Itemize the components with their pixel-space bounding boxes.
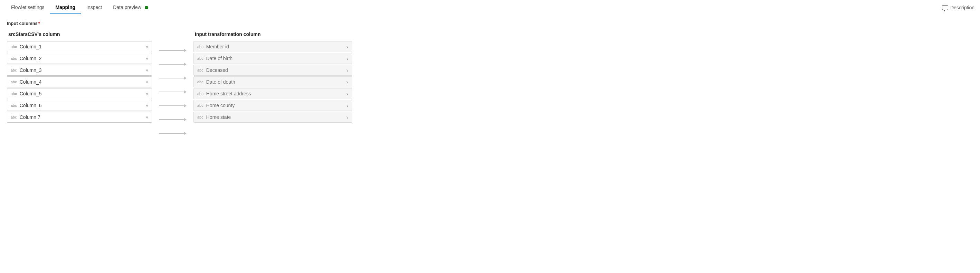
columns-wrapper: srcStarsCSV's column abc Column_1 ∨ abc … bbox=[7, 32, 973, 140]
arrow-row-5 bbox=[159, 113, 186, 126]
arrow-row-1 bbox=[159, 58, 186, 71]
dest-row-0: abc Member id ∨ bbox=[193, 41, 352, 52]
arrow-line-body-3 bbox=[159, 92, 184, 92]
dest-dropdown-label-6: Home state bbox=[206, 114, 344, 120]
src-row-1: abc Column_2 ∨ bbox=[7, 53, 152, 64]
src-col-section: srcStarsCSV's column abc Column_1 ∨ abc … bbox=[7, 32, 152, 123]
dest-caret-icon-5: ∨ bbox=[346, 104, 348, 107]
arrow-row-2 bbox=[159, 72, 186, 85]
dest-dropdown-label-2: Deceased bbox=[206, 67, 344, 73]
tab-data-preview[interactable]: Data preview bbox=[107, 1, 154, 14]
dest-col-header: Input transformation column bbox=[193, 32, 352, 37]
abc-tag: abc bbox=[11, 103, 17, 107]
arrowhead-4 bbox=[184, 104, 186, 107]
src-dropdown-label-5: Column_6 bbox=[20, 103, 143, 108]
arrow-line-0 bbox=[159, 49, 186, 52]
abc-tag: abc bbox=[11, 45, 17, 49]
src-dropdown-label-0: Column_1 bbox=[20, 44, 143, 49]
dest-col-section: Input transformation column abc Member i… bbox=[193, 32, 352, 123]
dest-caret-icon-4: ∨ bbox=[346, 92, 348, 96]
src-dropdown-label-2: Column_3 bbox=[20, 67, 143, 73]
arrow-line-body-4 bbox=[159, 105, 184, 106]
src-col-header: srcStarsCSV's column bbox=[7, 32, 152, 37]
dest-dropdown-label-4: Home street address bbox=[206, 91, 344, 96]
src-dropdown-label-4: Column_5 bbox=[20, 91, 143, 96]
tab-flowlet-settings[interactable]: Flowlet settings bbox=[6, 1, 50, 14]
arrow-row-4 bbox=[159, 99, 186, 112]
dest-dropdown-4[interactable]: abc Home street address ∨ bbox=[193, 88, 352, 99]
src-row-3: abc Column_4 ∨ bbox=[7, 77, 152, 88]
arrowhead-1 bbox=[184, 62, 186, 66]
src-dropdown-label-3: Column_4 bbox=[20, 79, 143, 85]
dest-row-5: abc Home county ∨ bbox=[193, 100, 352, 111]
arrowhead-0 bbox=[184, 49, 186, 52]
description-button[interactable]: Description bbox=[942, 5, 974, 10]
arrow-line-5 bbox=[159, 118, 186, 121]
dest-dropdown-6[interactable]: abc Home state ∨ bbox=[193, 112, 352, 123]
dest-dropdown-label-0: Member id bbox=[206, 44, 344, 49]
abc-tag: abc bbox=[11, 56, 17, 61]
dest-row-4: abc Home street address ∨ bbox=[193, 88, 352, 99]
arrow-line-body-0 bbox=[159, 50, 184, 51]
arrow-line-1 bbox=[159, 62, 186, 66]
arrowhead-6 bbox=[184, 132, 186, 135]
src-row-4: abc Column_5 ∨ bbox=[7, 88, 152, 99]
abc-tag: abc bbox=[11, 115, 17, 119]
dest-caret-icon-3: ∨ bbox=[346, 80, 348, 84]
abc-tag-right-2: abc bbox=[197, 68, 204, 72]
dest-dropdown-label-1: Date of birth bbox=[206, 56, 344, 61]
src-row-5: abc Column_6 ∨ bbox=[7, 100, 152, 111]
src-row-2: abc Column_3 ∨ bbox=[7, 65, 152, 76]
arrowhead-2 bbox=[184, 77, 186, 80]
caret-icon-0: ∨ bbox=[146, 45, 148, 49]
arrow-line-6 bbox=[159, 132, 186, 135]
main-content: Input columns* srcStarsCSV's column abc … bbox=[0, 15, 980, 146]
abc-tag-right-4: abc bbox=[197, 92, 204, 96]
dest-dropdown-0[interactable]: abc Member id ∨ bbox=[193, 41, 352, 52]
src-dropdown-6[interactable]: abc Column 7 ∨ bbox=[7, 112, 152, 123]
tab-mapping[interactable]: Mapping bbox=[50, 1, 81, 14]
arrow-line-body-5 bbox=[159, 119, 184, 120]
arrow-row-3 bbox=[159, 85, 186, 99]
dest-row-2: abc Deceased ∨ bbox=[193, 65, 352, 76]
status-dot bbox=[145, 6, 148, 10]
src-dropdown-4[interactable]: abc Column_5 ∨ bbox=[7, 88, 152, 99]
src-dropdown-2[interactable]: abc Column_3 ∨ bbox=[7, 65, 152, 76]
abc-tag-right-5: abc bbox=[197, 103, 204, 107]
caret-icon-2: ∨ bbox=[146, 69, 148, 72]
arrow-line-body-6 bbox=[159, 133, 184, 134]
abc-tag-right-6: abc bbox=[197, 115, 204, 119]
arrow-line-body-2 bbox=[159, 78, 184, 78]
nav-tabs-bar: Flowlet settings Mapping Inspect Data pr… bbox=[0, 0, 980, 15]
arrow-line-3 bbox=[159, 90, 186, 94]
dest-dropdown-label-5: Home county bbox=[206, 103, 344, 108]
arrow-line-2 bbox=[159, 77, 186, 80]
src-dropdown-0[interactable]: abc Column_1 ∨ bbox=[7, 41, 152, 52]
src-dropdown-5[interactable]: abc Column_6 ∨ bbox=[7, 100, 152, 111]
abc-tag-right-3: abc bbox=[197, 80, 204, 84]
src-dropdown-3[interactable]: abc Column_4 ∨ bbox=[7, 77, 152, 88]
src-dropdown-label-6: Column 7 bbox=[20, 114, 143, 120]
abc-tag-right-1: abc bbox=[197, 56, 204, 61]
caret-icon-4: ∨ bbox=[146, 92, 148, 96]
src-dropdown-1[interactable]: abc Column_2 ∨ bbox=[7, 53, 152, 64]
abc-tag: abc bbox=[11, 68, 17, 72]
src-dropdown-label-1: Column_2 bbox=[20, 56, 143, 61]
caret-icon-3: ∨ bbox=[146, 80, 148, 84]
src-row-0: abc Column_1 ∨ bbox=[7, 41, 152, 52]
dest-dropdown-3[interactable]: abc Date of death ∨ bbox=[193, 77, 352, 88]
required-star: * bbox=[38, 21, 40, 26]
description-icon bbox=[942, 5, 948, 10]
arrow-line-body-1 bbox=[159, 64, 184, 65]
tab-inspect[interactable]: Inspect bbox=[81, 1, 107, 14]
dest-dropdown-5[interactable]: abc Home county ∨ bbox=[193, 100, 352, 111]
dest-caret-icon-1: ∨ bbox=[346, 57, 348, 61]
dest-dropdown-2[interactable]: abc Deceased ∨ bbox=[193, 65, 352, 76]
src-row-6: abc Column 7 ∨ bbox=[7, 112, 152, 123]
arrow-row-6 bbox=[159, 127, 186, 140]
caret-icon-6: ∨ bbox=[146, 115, 148, 119]
arrowhead-5 bbox=[184, 118, 186, 121]
abc-tag-right-0: abc bbox=[197, 45, 204, 49]
dest-dropdown-1[interactable]: abc Date of birth ∨ bbox=[193, 53, 352, 64]
dest-dropdown-label-3: Date of death bbox=[206, 79, 344, 85]
